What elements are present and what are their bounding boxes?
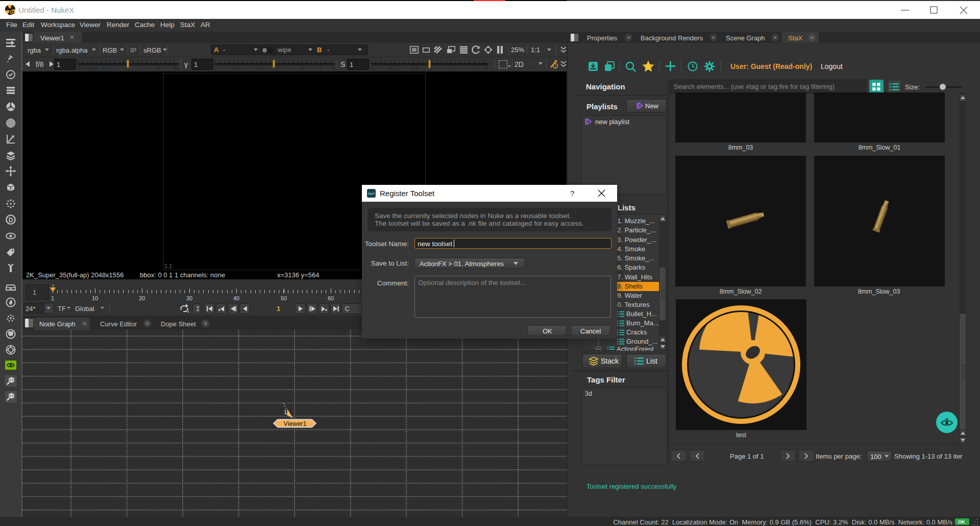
svg-text:i: i (555, 64, 556, 68)
svg-text:I: I (196, 306, 200, 313)
svg-text:Viewer1: Viewer1 (284, 420, 307, 427)
svg-text:C: C (345, 305, 350, 313)
svg-text:D: D (9, 217, 13, 224)
svg-text:1: 1 (284, 409, 287, 415)
